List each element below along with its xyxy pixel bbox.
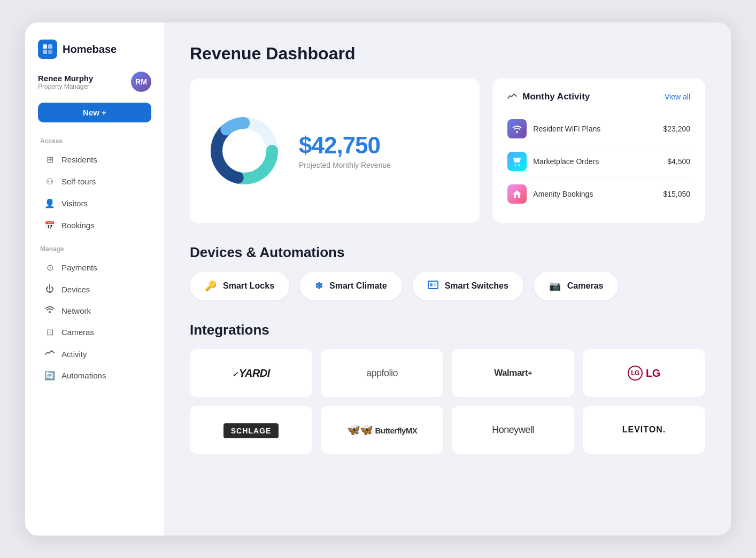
revenue-section: $42,750 Projected Monthly Revenue Monthy… bbox=[190, 79, 705, 223]
sidebar-item-cameras[interactable]: ⊡ Cameras bbox=[38, 322, 151, 343]
market-thumb bbox=[507, 152, 527, 171]
user-section: Renee Murphy Property Manager RM bbox=[38, 72, 151, 92]
activity-item-marketplace: Marketplace Orders $4,500 bbox=[507, 145, 690, 178]
device-card-smart-locks[interactable]: 🔑 Smart Locks bbox=[190, 272, 289, 300]
donut-chart bbox=[207, 113, 282, 188]
activity-item-left-wifi: Resident WiFi Plans bbox=[507, 119, 600, 138]
amenity-thumb bbox=[507, 184, 527, 204]
page-title: Revenue Dashboard bbox=[190, 44, 705, 64]
activity-title-row: Monthy Activity bbox=[507, 91, 590, 102]
integrations-section-title: Integrations bbox=[190, 322, 705, 338]
device-label-smart-climate: Smart Climate bbox=[329, 281, 387, 291]
sidebar-item-label-activity: Activity bbox=[61, 350, 87, 359]
revenue-chart-card: $42,750 Projected Monthly Revenue bbox=[190, 79, 480, 223]
device-label-smart-locks: Smart Locks bbox=[223, 281, 274, 291]
svg-rect-13 bbox=[430, 283, 433, 286]
sidebar-item-label-automations: Automations bbox=[61, 371, 106, 380]
network-icon bbox=[44, 306, 55, 315]
svg-point-10 bbox=[515, 165, 516, 166]
sidebar-item-label-cameras: Cameras bbox=[61, 328, 94, 337]
amount-value: $42,750 bbox=[299, 132, 391, 159]
residents-icon: ⊞ bbox=[44, 154, 55, 165]
view-all-link[interactable]: View all bbox=[665, 92, 690, 101]
activity-item-amenity: Amenity Bookings $15,050 bbox=[507, 178, 690, 210]
integration-card-walmart[interactable]: Walmart+ bbox=[452, 349, 574, 397]
svg-rect-1 bbox=[48, 44, 52, 49]
main-content: Revenue Dashboard bbox=[164, 22, 731, 536]
integration-card-butterflymx[interactable]: 🦋🦋 ButterflyMX bbox=[321, 406, 443, 454]
payments-icon: ⊙ bbox=[44, 262, 55, 273]
activity-header: Monthy Activity View all bbox=[507, 91, 690, 102]
activity-chart-icon bbox=[507, 93, 517, 100]
activity-amount-amenity: $15,050 bbox=[663, 190, 690, 198]
sidebar-item-label-bookings: Bookings bbox=[61, 221, 95, 230]
svg-rect-14 bbox=[434, 283, 436, 286]
activity-item-wifi: Resident WiFi Plans $23,200 bbox=[507, 113, 690, 145]
appfolio-logo: appfolio bbox=[366, 368, 398, 379]
amount-label: Projected Monthly Revenue bbox=[299, 161, 391, 169]
activity-icon bbox=[44, 349, 55, 359]
butterflymx-logo: 🦋🦋 ButterflyMX bbox=[347, 423, 417, 436]
access-label: Access bbox=[38, 137, 151, 145]
device-card-cameras[interactable]: 📷 Cameras bbox=[534, 272, 619, 300]
bookings-icon: 📅 bbox=[44, 220, 55, 230]
device-card-smart-switches[interactable]: Smart Switches bbox=[413, 272, 523, 300]
svg-rect-2 bbox=[43, 50, 47, 54]
device-card-smart-climate[interactable]: ❄ Smart Climate bbox=[300, 272, 402, 300]
sidebar-item-label-self-tours: Self-tours bbox=[61, 177, 96, 186]
sidebar-item-payments[interactable]: ⊙ Payments bbox=[38, 257, 151, 278]
revenue-amount: $42,750 Projected Monthly Revenue bbox=[299, 132, 391, 169]
manage-label: Manage bbox=[38, 245, 151, 253]
sidebar-item-network[interactable]: Network bbox=[38, 300, 151, 321]
svg-rect-0 bbox=[43, 44, 47, 49]
integration-card-appfolio[interactable]: appfolio bbox=[321, 349, 443, 397]
integration-card-yardi[interactable]: ✓YARDI bbox=[190, 349, 312, 397]
self-tours-icon: ⚇ bbox=[44, 176, 55, 187]
honeywell-logo: Honeywell bbox=[492, 424, 534, 436]
sidebar-item-label-network: Network bbox=[61, 306, 91, 315]
activity-amount-marketplace: $4,500 bbox=[667, 157, 690, 166]
svg-point-9 bbox=[516, 131, 518, 133]
devices-icon: ⏻ bbox=[44, 284, 55, 294]
sidebar-item-label-payments: Payments bbox=[61, 263, 97, 272]
user-info: Renee Murphy Property Manager bbox=[38, 74, 93, 90]
integration-card-schlage[interactable]: SCHLAGE bbox=[190, 406, 312, 454]
device-label-cameras: Cameras bbox=[567, 281, 604, 291]
sidebar-item-self-tours[interactable]: ⚇ Self-tours bbox=[38, 171, 151, 192]
smart-locks-icon: 🔑 bbox=[205, 280, 217, 292]
sidebar-item-activity[interactable]: Activity bbox=[38, 344, 151, 364]
sidebar-item-devices[interactable]: ⏻ Devices bbox=[38, 279, 151, 299]
sidebar-item-label-devices: Devices bbox=[61, 285, 90, 294]
activity-name-amenity: Amenity Bookings bbox=[533, 190, 593, 198]
user-name: Renee Murphy bbox=[38, 74, 93, 83]
sidebar-logo: Homebase bbox=[38, 40, 151, 59]
integration-card-leviton[interactable]: LEVITON. bbox=[583, 406, 705, 454]
sidebar-item-visitors[interactable]: 👤 Visitors bbox=[38, 193, 151, 214]
sidebar-item-label-visitors: Visitors bbox=[61, 199, 88, 208]
activity-item-left-marketplace: Marketplace Orders bbox=[507, 152, 599, 171]
avatar[interactable]: RM bbox=[131, 72, 151, 92]
activity-card: Monthy Activity View all Resid bbox=[492, 79, 705, 223]
schlage-logo: SCHLAGE bbox=[223, 424, 279, 436]
user-role: Property Manager bbox=[38, 83, 93, 90]
smart-switches-icon bbox=[428, 281, 438, 292]
new-button[interactable]: New + bbox=[38, 103, 151, 122]
sidebar-item-bookings[interactable]: 📅 Bookings bbox=[38, 215, 151, 236]
svg-rect-12 bbox=[428, 281, 438, 289]
automations-icon: 🔄 bbox=[44, 370, 55, 381]
sidebar-item-automations[interactable]: 🔄 Automations bbox=[38, 365, 151, 386]
svg-point-4 bbox=[49, 311, 51, 313]
integration-card-honeywell[interactable]: Honeywell bbox=[452, 406, 574, 454]
devices-grid: 🔑 Smart Locks ❄ Smart Climate Smart Swit… bbox=[190, 272, 705, 300]
lg-logo: LG LG bbox=[628, 366, 660, 381]
sidebar: Homebase Renee Murphy Property Manager R… bbox=[25, 22, 164, 536]
integrations-grid: ✓YARDI appfolio Walmart+ LG LG SCHLA bbox=[190, 349, 705, 454]
app-name: Homebase bbox=[63, 43, 117, 56]
svg-point-11 bbox=[519, 165, 520, 166]
svg-rect-3 bbox=[48, 50, 52, 54]
devices-section-title: Devices & Automations bbox=[190, 244, 705, 261]
activity-amount-wifi: $23,200 bbox=[663, 125, 690, 133]
sidebar-item-residents[interactable]: ⊞ Residents bbox=[38, 149, 151, 170]
integration-card-lg[interactable]: LG LG bbox=[583, 349, 705, 397]
wifi-thumb bbox=[507, 119, 527, 138]
